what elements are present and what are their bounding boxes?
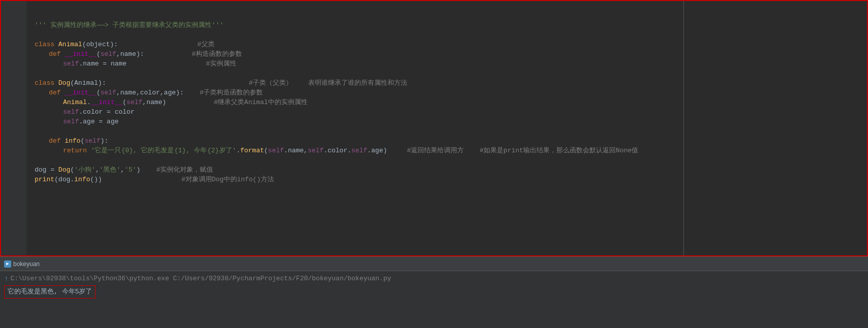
code-line: ''' 实例属性的继承——> 子类根据需要继承父类的实例属性''' (35, 20, 867, 30)
code-line: Animal.__init__(self,name) #继承父类Animal中的… (35, 97, 867, 107)
code-line (35, 30, 867, 40)
code-line: self.name = name #实例属性 (35, 59, 867, 69)
code-line: class Dog(Animal): #子类（父类） 表明谁继承了谁的所有属性和… (35, 78, 867, 88)
code-line: class Animal(object): #父类 (35, 40, 867, 49)
code-lines[interactable]: ''' 实例属性的继承——> 子类根据需要继承父类的实例属性''' class … (26, 1, 867, 255)
code-container: ''' 实例属性的继承——> 子类根据需要继承父类的实例属性''' class … (1, 1, 867, 255)
code-line: dog = Dog('小狗','黑色','5') #实例化对象，赋值 (35, 165, 867, 175)
arrow-up-icon: ↑ (4, 273, 8, 284)
output-line: 它的毛发是黑色, 今年5岁了 (4, 285, 96, 299)
gutter (1, 1, 26, 255)
panel-tab-label[interactable]: bokeyuan (13, 260, 40, 268)
code-line: return '它是一只{0}, 它的毛发是{1}, 今年{2}岁了'.form… (35, 146, 867, 155)
code-line: print(dog.info()) #对象调用Dog中的info()方法 (35, 175, 867, 184)
panel-content: ↑C:\Users\92938\tools\Python36\python.ex… (0, 271, 868, 301)
code-line: self.age = age (35, 117, 867, 126)
panel-icon: ▶ (4, 260, 11, 268)
bottom-panel: ▶ bokeyuan ↑C:\Users\92938\tools\Python3… (0, 256, 868, 328)
code-line: def __init__(self,name,color,age): #子类构造… (35, 88, 867, 97)
code-line (35, 155, 867, 165)
split-line (683, 1, 684, 255)
code-line (35, 69, 867, 78)
code-line: def info(self): (35, 136, 867, 146)
code-line: def __init__(self,name): #构造函数的参数 (35, 49, 867, 59)
code-line (35, 126, 867, 136)
code-line: self.color = color (35, 107, 867, 117)
panel-tab-bar: ▶ bokeyuan (0, 257, 868, 271)
run-command: ↑C:\Users\92938\tools\Python36\python.ex… (4, 273, 864, 284)
editor-area: ''' 实例属性的继承——> 子类根据需要继承父类的实例属性''' class … (0, 0, 868, 256)
